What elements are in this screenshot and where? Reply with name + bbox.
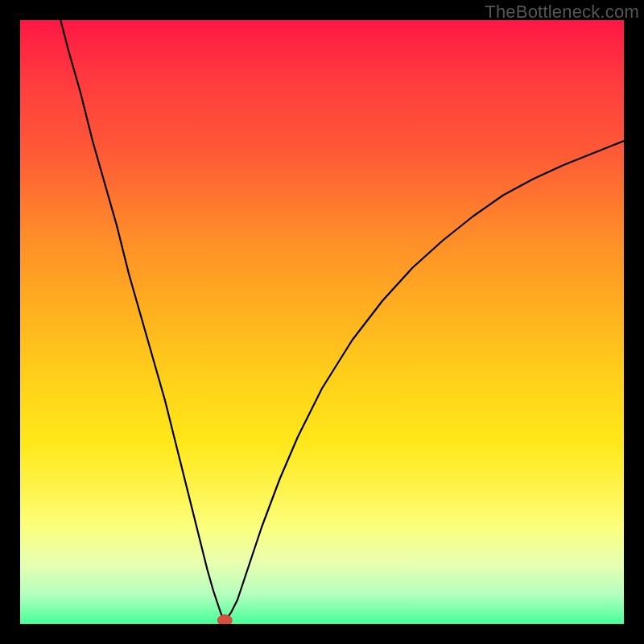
chart-svg xyxy=(20,20,624,624)
bottleneck-curve xyxy=(60,20,624,619)
minimum-marker xyxy=(217,615,232,624)
